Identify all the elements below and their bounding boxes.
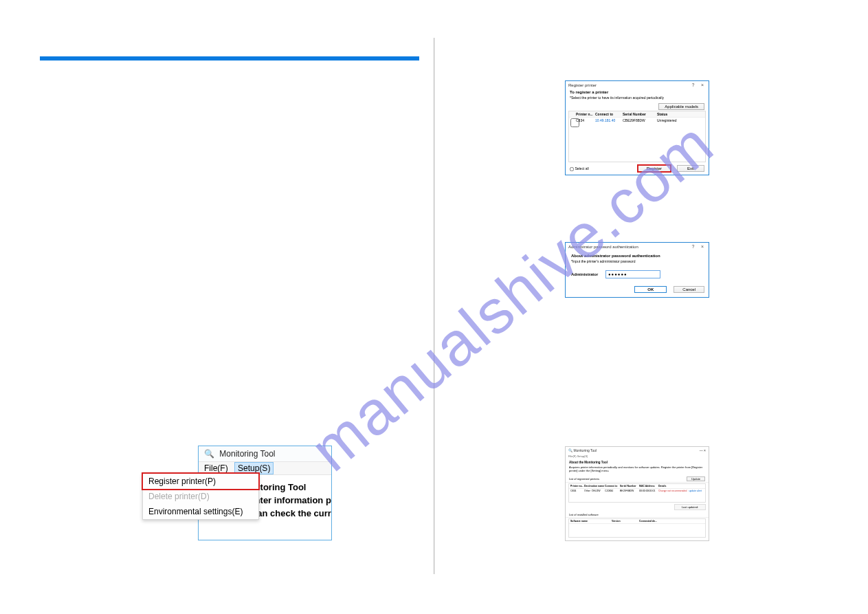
col-status: Status xyxy=(657,112,704,116)
register-printer-dialog: Register printer ? × To register a print… xyxy=(565,80,709,175)
dialog-body: About administrator password authenticat… xyxy=(566,250,709,282)
section-installed-software: List of installed software xyxy=(566,511,709,518)
table-header: Printer na... Destination name Connect t… xyxy=(569,484,705,489)
select-all-label[interactable]: Select all xyxy=(570,166,589,171)
row-name: C834 xyxy=(576,118,595,128)
applicable-models-button[interactable]: Applicable models xyxy=(658,103,704,110)
description-area: About the Monitoring Tool Acquires print… xyxy=(566,459,709,474)
help-icon[interactable]: ? xyxy=(689,83,696,87)
col-connect: Connect to xyxy=(595,112,623,116)
col-name: Printer n... xyxy=(576,112,595,116)
status-cell: Change not recommended update alert xyxy=(658,490,704,492)
row-status: Unregistered xyxy=(657,118,704,128)
window-title: 🔍 Monitoring Tool xyxy=(199,446,331,461)
monitoring-main-window: 🔍 Monitoring Tool — × File(F) Setup(S) A… xyxy=(565,446,709,541)
software-table: Software name Version Connected de... xyxy=(568,518,706,538)
table-header: Software name Version Connected de... xyxy=(569,519,705,524)
window-title: Monitoring Tool xyxy=(573,448,597,452)
admin-sub: *Input the printer's administrator passw… xyxy=(571,259,703,263)
close-icon[interactable]: × xyxy=(699,83,706,87)
register-button[interactable]: Register xyxy=(637,164,671,173)
printer-table: Printer n... Connect to Serial Number St… xyxy=(568,111,706,162)
window-title-text: Monitoring Tool xyxy=(219,449,275,459)
printers-table: Printer na... Destination name Connect t… xyxy=(568,483,706,503)
table-empty-area xyxy=(569,129,705,162)
close-icon[interactable]: × xyxy=(699,244,706,249)
desc-text: Acquires printer information periodicall… xyxy=(569,465,702,472)
cancel-button[interactable]: Cancel xyxy=(674,286,704,293)
help-icon[interactable]: ? xyxy=(689,244,696,249)
table-header: Printer n... Connect to Serial Number St… xyxy=(569,111,705,118)
table-row[interactable]: C834 10.49.181.40 CBE29F88DW Unregistere… xyxy=(569,118,705,129)
select-all-checkbox[interactable] xyxy=(570,167,574,171)
menu-file[interactable]: File(F) xyxy=(204,463,228,473)
top-button-bar: Applicable models xyxy=(566,101,709,111)
table-row[interactable]: C834 Other: OELDW C20834 BE29F88DW 00:00… xyxy=(569,489,705,493)
monitoring-tool-menu-figure: 🔍 Monitoring Tool File(F) Setup(S) nitor… xyxy=(129,446,332,540)
update-alert-link[interactable]: update alert xyxy=(689,490,702,492)
admin-password-input[interactable] xyxy=(605,270,660,278)
menu-delete-printer[interactable]: Delete printer(D) xyxy=(143,489,258,504)
col-serial: Serial Number xyxy=(623,112,657,116)
menu-register-printer[interactable]: Register printer(P) xyxy=(142,472,260,490)
password-row: Administrator xyxy=(571,270,703,278)
search-icon: 🔍 xyxy=(204,449,214,459)
dialog-footer: OK Cancel xyxy=(566,282,709,297)
admin-label: Administrator xyxy=(571,272,605,276)
setup-dropdown: Register printer(P) Delete printer(D) En… xyxy=(142,473,259,520)
dialog-title: Administrator password authentication xyxy=(568,245,638,249)
admin-heading: About administrator password authenticat… xyxy=(571,254,703,258)
dialog-instructions: To register a printer *Select the printe… xyxy=(566,89,709,101)
column-divider xyxy=(434,38,435,574)
exit-button[interactable]: Exit xyxy=(677,165,704,172)
dialog-titlebar: Register printer ? × xyxy=(566,81,709,89)
instruction-sub: *Select the printer to have its informat… xyxy=(570,96,704,100)
menu-environmental-settings[interactable]: Environmental settings(E) xyxy=(143,504,258,519)
update-button[interactable]: Update xyxy=(687,476,705,481)
last-updated-row: Last updated: xyxy=(566,503,709,511)
dialog-titlebar: Administrator password authentication ? … xyxy=(566,243,709,250)
dialog-title: Register printer xyxy=(568,83,597,87)
instruction-heading: To register a printer xyxy=(570,90,704,96)
section-rule xyxy=(40,56,419,61)
admin-password-dialog: Administrator password authentication ? … xyxy=(565,242,709,298)
window-controls[interactable]: — × xyxy=(700,448,706,452)
row-serial: CBE29F88DW xyxy=(623,118,657,128)
dialog-footer: Select all Register Exit xyxy=(566,162,709,175)
section-registered-printers: List of registered printers Update xyxy=(566,474,709,483)
row-connect: 10.49.181.40 xyxy=(595,118,623,128)
last-updated-label: Last updated: xyxy=(674,504,706,510)
menubar[interactable]: File(F) Setup(S) xyxy=(566,454,709,459)
window-titlebar: 🔍 Monitoring Tool — × xyxy=(566,447,709,454)
desc-heading: About the Monitoring Tool xyxy=(569,461,705,465)
ok-button[interactable]: OK xyxy=(634,286,667,293)
